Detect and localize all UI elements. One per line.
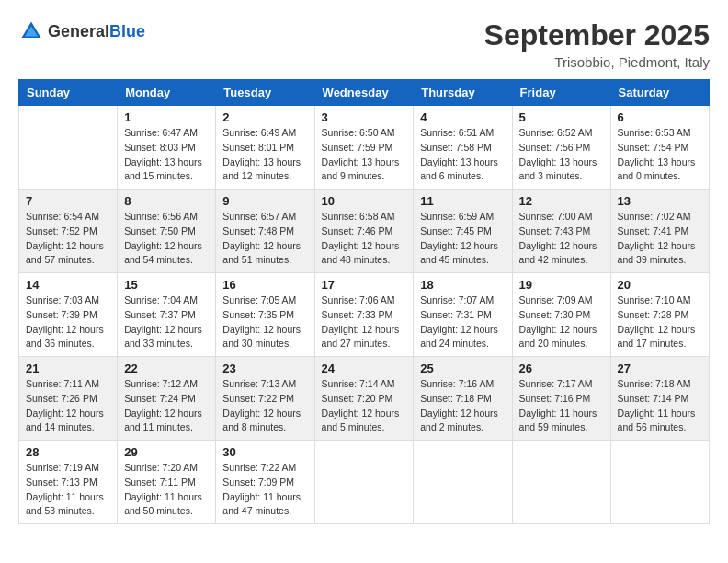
daylight: Daylight: 13 hours and 6 minutes. xyxy=(420,156,498,182)
sunrise: Sunrise: 6:50 AM xyxy=(322,127,395,138)
sunrise: Sunrise: 7:12 AM xyxy=(124,378,198,389)
day-number: 18 xyxy=(420,278,505,292)
daylight: Daylight: 12 hours and 30 minutes. xyxy=(222,324,301,350)
daylight: Daylight: 13 hours and 3 minutes. xyxy=(519,156,597,182)
calendar-cell: 19 Sunrise: 7:09 AM Sunset: 7:30 PM Dayl… xyxy=(512,273,610,357)
sunset: Sunset: 7:20 PM xyxy=(322,393,393,404)
calendar-cell xyxy=(19,106,118,190)
calendar-cell: 18 Sunrise: 7:07 AM Sunset: 7:31 PM Dayl… xyxy=(414,273,512,357)
day-number: 24 xyxy=(322,362,407,375)
title-section: September 2025 Trisobbio, Piedmont, Ital… xyxy=(484,18,710,70)
day-info: Sunrise: 7:00 AM Sunset: 7:43 PM Dayligh… xyxy=(519,210,604,268)
calendar-cell: 9 Sunrise: 6:57 AM Sunset: 7:48 PM Dayli… xyxy=(216,190,314,273)
day-info: Sunrise: 7:04 AM Sunset: 7:37 PM Dayligh… xyxy=(124,293,209,351)
day-number: 13 xyxy=(618,194,702,208)
day-number: 29 xyxy=(124,445,209,459)
day-info: Sunrise: 6:50 AM Sunset: 7:59 PM Dayligh… xyxy=(322,126,407,184)
sunrise: Sunrise: 6:51 AM xyxy=(420,127,494,138)
sunset: Sunset: 8:03 PM xyxy=(124,142,196,153)
sunrise: Sunrise: 7:02 AM xyxy=(618,211,691,222)
calendar-cell xyxy=(414,441,512,524)
day-info: Sunrise: 7:22 AM Sunset: 7:09 PM Dayligh… xyxy=(222,461,307,519)
sunrise: Sunrise: 6:47 AM xyxy=(124,127,198,138)
calendar-cell: 28 Sunrise: 7:19 AM Sunset: 7:13 PM Dayl… xyxy=(19,441,118,524)
daylight: Daylight: 12 hours and 5 minutes. xyxy=(322,408,400,433)
calendar-table: Sunday Monday Tuesday Wednesday Thursday… xyxy=(18,79,710,524)
calendar-cell: 7 Sunrise: 6:54 AM Sunset: 7:52 PM Dayli… xyxy=(19,190,118,273)
daylight: Daylight: 11 hours and 50 minutes. xyxy=(124,491,202,517)
daylight: Daylight: 11 hours and 56 minutes. xyxy=(618,408,696,433)
header-saturday: Saturday xyxy=(610,80,709,106)
day-number: 20 xyxy=(618,278,702,292)
logo: GeneralBlue xyxy=(18,18,145,44)
day-number: 7 xyxy=(26,194,110,208)
daylight: Daylight: 12 hours and 8 minutes. xyxy=(222,408,301,433)
daylight: Daylight: 13 hours and 0 minutes. xyxy=(618,156,696,182)
sunrise: Sunrise: 7:17 AM xyxy=(519,378,593,389)
day-number: 8 xyxy=(124,194,209,208)
daylight: Daylight: 12 hours and 33 minutes. xyxy=(124,324,202,350)
sunset: Sunset: 7:13 PM xyxy=(26,477,97,488)
sunset: Sunset: 7:54 PM xyxy=(618,142,689,153)
day-number: 1 xyxy=(124,110,209,124)
day-number: 21 xyxy=(26,362,110,375)
calendar-cell xyxy=(314,441,414,524)
calendar-cell: 25 Sunrise: 7:16 AM Sunset: 7:18 PM Dayl… xyxy=(414,357,512,441)
day-number: 14 xyxy=(26,278,110,292)
daylight: Daylight: 12 hours and 54 minutes. xyxy=(124,240,202,266)
calendar-week-3: 14 Sunrise: 7:03 AM Sunset: 7:39 PM Dayl… xyxy=(19,273,710,357)
day-number: 25 xyxy=(420,362,505,375)
sunset: Sunset: 7:09 PM xyxy=(222,477,294,488)
calendar-cell: 17 Sunrise: 7:06 AM Sunset: 7:33 PM Dayl… xyxy=(314,273,414,357)
header-thursday: Thursday xyxy=(414,80,512,106)
daylight: Daylight: 12 hours and 51 minutes. xyxy=(222,240,301,266)
day-number: 12 xyxy=(519,194,604,208)
calendar-cell: 8 Sunrise: 6:56 AM Sunset: 7:50 PM Dayli… xyxy=(118,190,216,273)
day-number: 4 xyxy=(420,110,505,124)
day-info: Sunrise: 7:14 AM Sunset: 7:20 PM Dayligh… xyxy=(322,377,407,435)
sunset: Sunset: 7:16 PM xyxy=(519,393,591,404)
calendar-cell: 5 Sunrise: 6:52 AM Sunset: 7:56 PM Dayli… xyxy=(512,106,610,190)
sunrise: Sunrise: 7:05 AM xyxy=(222,294,296,305)
logo-text: GeneralBlue xyxy=(48,22,145,41)
sunset: Sunset: 7:56 PM xyxy=(519,142,591,153)
logo-general: General xyxy=(48,22,109,40)
daylight: Daylight: 12 hours and 14 minutes. xyxy=(26,408,104,433)
daylight: Daylight: 12 hours and 20 minutes. xyxy=(519,324,597,350)
day-info: Sunrise: 7:06 AM Sunset: 7:33 PM Dayligh… xyxy=(322,293,407,351)
daylight: Daylight: 11 hours and 59 minutes. xyxy=(519,408,597,433)
header-wednesday: Wednesday xyxy=(314,80,414,106)
sunset: Sunset: 7:35 PM xyxy=(222,309,294,320)
day-info: Sunrise: 7:17 AM Sunset: 7:16 PM Dayligh… xyxy=(519,377,604,435)
header-tuesday: Tuesday xyxy=(216,80,314,106)
sunrise: Sunrise: 7:22 AM xyxy=(222,462,296,473)
calendar-cell: 12 Sunrise: 7:00 AM Sunset: 7:43 PM Dayl… xyxy=(512,190,610,273)
sunrise: Sunrise: 7:19 AM xyxy=(26,462,99,473)
sunset: Sunset: 7:48 PM xyxy=(222,225,294,236)
calendar-title: September 2025 xyxy=(484,18,710,52)
day-info: Sunrise: 7:11 AM Sunset: 7:26 PM Dayligh… xyxy=(26,377,110,435)
sunrise: Sunrise: 6:57 AM xyxy=(222,211,296,222)
sunset: Sunset: 7:11 PM xyxy=(124,477,196,488)
calendar-header-row: Sunday Monday Tuesday Wednesday Thursday… xyxy=(19,80,710,106)
day-info: Sunrise: 7:02 AM Sunset: 7:41 PM Dayligh… xyxy=(618,210,702,268)
sunset: Sunset: 7:14 PM xyxy=(618,393,689,404)
sunrise: Sunrise: 7:04 AM xyxy=(124,294,198,305)
day-info: Sunrise: 6:57 AM Sunset: 7:48 PM Dayligh… xyxy=(222,210,307,268)
day-number: 3 xyxy=(322,110,407,124)
daylight: Daylight: 12 hours and 24 minutes. xyxy=(420,324,498,350)
day-number: 15 xyxy=(124,278,209,292)
calendar-cell: 1 Sunrise: 6:47 AM Sunset: 8:03 PM Dayli… xyxy=(118,106,216,190)
calendar-cell: 29 Sunrise: 7:20 AM Sunset: 7:11 PM Dayl… xyxy=(118,441,216,524)
calendar-cell: 3 Sunrise: 6:50 AM Sunset: 7:59 PM Dayli… xyxy=(314,106,414,190)
daylight: Daylight: 13 hours and 12 minutes. xyxy=(222,156,301,182)
day-info: Sunrise: 7:20 AM Sunset: 7:11 PM Dayligh… xyxy=(124,461,209,519)
sunset: Sunset: 7:31 PM xyxy=(420,309,492,320)
daylight: Daylight: 12 hours and 57 minutes. xyxy=(26,240,104,266)
sunset: Sunset: 7:26 PM xyxy=(26,393,97,404)
sunrise: Sunrise: 7:03 AM xyxy=(26,294,99,305)
daylight: Daylight: 11 hours and 47 minutes. xyxy=(222,491,301,517)
calendar-cell: 13 Sunrise: 7:02 AM Sunset: 7:41 PM Dayl… xyxy=(610,190,709,273)
calendar-cell xyxy=(512,441,610,524)
calendar-week-1: 1 Sunrise: 6:47 AM Sunset: 8:03 PM Dayli… xyxy=(19,106,710,190)
